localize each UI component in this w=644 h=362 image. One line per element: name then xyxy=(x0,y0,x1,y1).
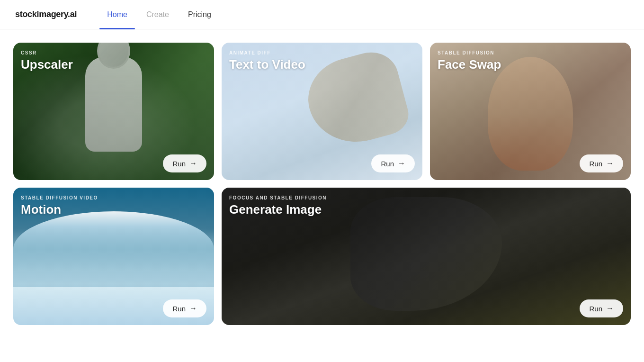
arrow-right-icon-3: → xyxy=(606,159,614,168)
bird-figure xyxy=(299,46,413,153)
card-motion-title: Motion xyxy=(21,202,98,217)
run-label-upscaler: Run xyxy=(172,160,186,168)
card-text-to-video-label: ANIMATE DIFF Text to Video xyxy=(229,50,305,72)
card-motion-label: STABLE DIFFUSION VIDEO Motion xyxy=(21,195,98,217)
arrow-right-icon-5: → xyxy=(606,304,614,313)
nav-link-create[interactable]: Create xyxy=(139,7,177,23)
run-button-generate-image[interactable]: Run → xyxy=(580,299,623,317)
nav-links: Home Create Pricing xyxy=(99,7,219,23)
run-button-motion[interactable]: Run → xyxy=(163,299,206,317)
card-generate-image-title: Generate Image xyxy=(229,202,327,217)
run-label-text-to-video: Run xyxy=(381,160,394,168)
card-upscaler-label: CSSR Upscaler xyxy=(21,50,73,72)
brand-logo: stockimagery.ai xyxy=(15,9,77,19)
run-label-generate-image: Run xyxy=(589,305,602,313)
astronaut-head xyxy=(97,43,130,69)
card-text-to-video-title: Text to Video xyxy=(229,57,305,72)
card-generate-image[interactable]: FOOCUS AND STABLE DIFFUSION Generate Ima… xyxy=(222,188,631,325)
face-figure xyxy=(488,57,573,171)
card-face-swap[interactable]: STABLE DIFFUSION Face Swap Run → xyxy=(430,43,631,180)
card-text-to-video-subtitle: ANIMATE DIFF xyxy=(229,50,305,55)
arrow-right-icon-2: → xyxy=(398,159,405,168)
card-upscaler-title: Upscaler xyxy=(21,57,73,72)
run-button-upscaler[interactable]: Run → xyxy=(163,154,206,172)
navbar: stockimagery.ai Home Create Pricing xyxy=(0,0,644,29)
card-motion[interactable]: STABLE DIFFUSION VIDEO Motion Run → xyxy=(13,188,214,325)
card-face-swap-title: Face Swap xyxy=(438,57,501,72)
cards-row2: STABLE DIFFUSION VIDEO Motion Run → FOOC… xyxy=(0,188,644,338)
arrow-right-icon-4: → xyxy=(189,304,197,313)
run-label-motion: Run xyxy=(172,305,186,313)
card-motion-subtitle: STABLE DIFFUSION VIDEO xyxy=(21,195,98,200)
nav-link-pricing[interactable]: Pricing xyxy=(180,7,219,23)
card-text-to-video[interactable]: ANIMATE DIFF Text to Video Run → xyxy=(222,43,422,180)
run-button-face-swap[interactable]: Run → xyxy=(580,154,623,172)
wave-figure xyxy=(13,211,214,287)
card-generate-image-label: FOOCUS AND STABLE DIFFUSION Generate Ima… xyxy=(229,195,327,217)
arrow-right-icon: → xyxy=(189,159,197,168)
astronaut-figure xyxy=(85,57,142,152)
card-upscaler-subtitle: CSSR xyxy=(21,50,73,55)
card-generate-image-subtitle: FOOCUS AND STABLE DIFFUSION xyxy=(229,195,327,200)
run-button-text-to-video[interactable]: Run → xyxy=(371,154,415,172)
card-face-swap-label: STABLE DIFFUSION Face Swap xyxy=(438,50,501,72)
cards-row1: CSSR Upscaler Run → ANIMATE DIFF Text to… xyxy=(0,29,644,188)
nav-link-home[interactable]: Home xyxy=(99,7,135,23)
glove-figure xyxy=(350,197,502,311)
card-face-swap-subtitle: STABLE DIFFUSION xyxy=(438,50,501,55)
run-label-face-swap: Run xyxy=(589,160,602,168)
card-upscaler[interactable]: CSSR Upscaler Run → xyxy=(13,43,214,180)
